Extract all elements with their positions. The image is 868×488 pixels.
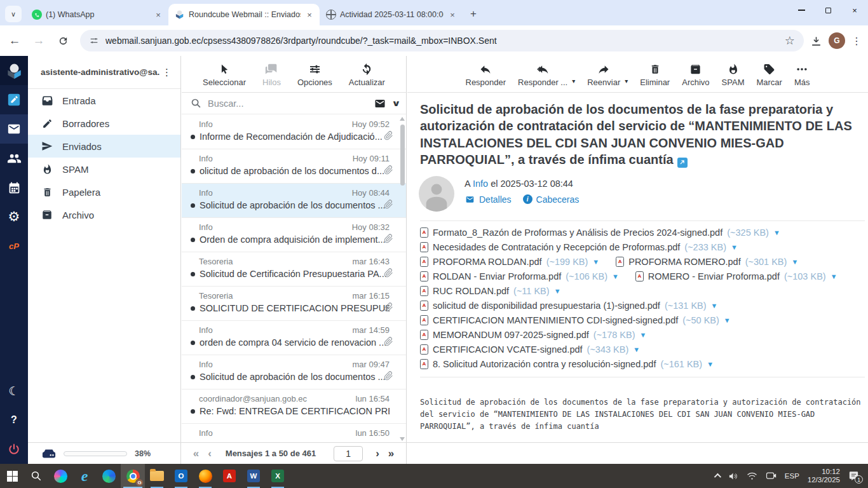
reply-all-button[interactable]: Responder ... bbox=[518, 60, 567, 87]
folder-borradores[interactable]: Borradores bbox=[28, 112, 180, 135]
url-text[interactable]: webmail.sanjuan.gob.ec/cpsess4380978826/… bbox=[105, 36, 497, 46]
back-button[interactable]: ← bbox=[5, 31, 24, 50]
language-indicator[interactable]: ESP bbox=[785, 472, 799, 480]
attachment-item[interactable]: solicitud de disponibilidad presupuestar… bbox=[420, 301, 717, 311]
attachment-menu-caret-icon[interactable]: ▼ bbox=[554, 287, 561, 295]
spam-button[interactable]: SPAM bbox=[722, 60, 745, 87]
list-scrollbar[interactable] bbox=[399, 117, 405, 441]
attachment-item[interactable]: ROLDAN - Enviar Proforma.pdf(~106 KB)▼ bbox=[420, 271, 619, 281]
close-icon[interactable]: × bbox=[153, 10, 163, 20]
message-row[interactable]: Infolun 16:50 bbox=[182, 424, 406, 442]
download-icon[interactable] bbox=[810, 35, 822, 47]
attachment-item[interactable]: PROFORMA ROLDAN.pdf(~199 KB)▼ bbox=[420, 257, 599, 267]
options-button[interactable]: Opciones bbox=[297, 60, 332, 87]
attachment-item[interactable]: Necesidades de Contratación y Recepción … bbox=[420, 242, 738, 252]
scroll-down-arrow[interactable] bbox=[400, 437, 405, 441]
taskbar-edge-button[interactable] bbox=[97, 464, 121, 488]
attachment-name[interactable]: CERTIFICACION MANTENIMIENTO CDI-signed-s… bbox=[433, 315, 678, 325]
search-options-chevron-icon[interactable]: ∨ bbox=[391, 98, 401, 108]
more-button[interactable]: Más bbox=[794, 60, 810, 87]
attachment-menu-caret-icon[interactable]: ▼ bbox=[773, 229, 780, 236]
attachment-item[interactable]: Formato_8_Razón de Proformas y Análisis … bbox=[420, 227, 780, 238]
prev-page-button[interactable]: ‹ bbox=[208, 447, 212, 460]
attachment-name[interactable]: CERTIFICACION VCATE-signed.pdf bbox=[433, 344, 583, 355]
select-button[interactable]: Seleccionar bbox=[203, 60, 246, 87]
attachment-item[interactable]: CERTIFICACION MANTENIMIENTO CDI-signed-s… bbox=[420, 315, 731, 325]
attachment-item[interactable]: ROMERO - Enviar Proforma.pdf(~103 KB)▼ bbox=[635, 271, 837, 281]
taskbar-ie-button[interactable]: e bbox=[72, 464, 97, 488]
message-row[interactable]: InfoHoy 09:11 olicitud de aprobación de … bbox=[182, 149, 406, 184]
wifi-icon[interactable] bbox=[747, 471, 757, 480]
attachment-item[interactable]: CERTIFICACION VCATE-signed.pdf(~343 KB)▼ bbox=[420, 344, 640, 355]
search-scope-mail-icon[interactable] bbox=[374, 98, 386, 109]
tray-expand-chevron-icon[interactable] bbox=[714, 473, 721, 480]
message-row[interactable]: InfoHoy 08:32 Orden de compra adquisició… bbox=[182, 218, 406, 252]
close-icon[interactable]: × bbox=[304, 10, 315, 20]
message-row[interactable]: Tesoreriamar 16:15 SOLICITUD DE CERTIFIC… bbox=[182, 287, 406, 321]
folder-spam[interactable]: SPAM bbox=[28, 158, 180, 180]
attachment-name[interactable]: Formato_8_Razón de Proformas y Análisis … bbox=[433, 227, 722, 238]
open-in-new-window-icon[interactable] bbox=[677, 158, 688, 168]
recipient-link[interactable]: Info bbox=[473, 179, 488, 189]
folder-entrada[interactable]: Entrada bbox=[28, 89, 180, 112]
reload-button[interactable] bbox=[53, 31, 72, 50]
headers-toggle[interactable]: i Cabeceras bbox=[523, 194, 580, 205]
forward-caret-icon[interactable]: ▾ bbox=[625, 78, 628, 85]
dark-mode-toggle[interactable]: ☾ bbox=[0, 376, 28, 405]
taskbar-outlook-button[interactable]: O bbox=[169, 464, 193, 488]
reply-all-caret-icon[interactable]: ▾ bbox=[572, 78, 575, 85]
reply-button[interactable]: Responder bbox=[466, 60, 506, 87]
attachment-name[interactable]: PROFORMA ROMERO.pdf bbox=[628, 257, 740, 267]
site-settings-icon[interactable] bbox=[89, 36, 99, 46]
clock[interactable]: 10:12 12/3/2025 bbox=[808, 468, 840, 484]
mark-button[interactable]: Marcar bbox=[756, 60, 782, 87]
taskbar-copilot-button[interactable] bbox=[48, 464, 72, 488]
taskbar-acrobat-button[interactable]: A bbox=[217, 464, 241, 488]
archive-button[interactable]: Archivo bbox=[682, 60, 709, 87]
attachment-item[interactable]: RUC ROLDAN.pdf(~11 KB)▼ bbox=[420, 286, 561, 296]
next-page-button[interactable]: › bbox=[376, 447, 379, 460]
new-tab-button[interactable]: + bbox=[465, 6, 482, 22]
attachment-item[interactable]: MEMORANDUM 097-2025-signed.pdf(~178 KB)▼ bbox=[420, 330, 646, 340]
profile-avatar[interactable]: G bbox=[829, 32, 845, 49]
tab-roundcube[interactable]: Roundcube Webmail :: Enviados × bbox=[168, 4, 320, 25]
attachment-menu-caret-icon[interactable]: ▼ bbox=[707, 360, 714, 368]
taskbar-chrome-button[interactable]: G bbox=[121, 464, 145, 488]
taskbar-search-button[interactable] bbox=[24, 464, 48, 488]
attachment-menu-caret-icon[interactable]: ▼ bbox=[612, 273, 619, 280]
nav-cpanel[interactable]: cP bbox=[0, 231, 28, 261]
nav-settings[interactable]: ⚙ bbox=[0, 202, 28, 231]
folder-archivo[interactable]: Archivo bbox=[28, 203, 180, 226]
attachment-name[interactable]: Necesidades de Contratación y Recepción … bbox=[433, 242, 680, 252]
attachment-name[interactable]: 8. Solicitud Autorización contra y resol… bbox=[433, 359, 656, 369]
attachment-menu-caret-icon[interactable]: ▼ bbox=[633, 346, 640, 353]
attachment-item[interactable]: 8. Solicitud Autorización contra y resol… bbox=[420, 359, 714, 369]
attachment-menu-caret-icon[interactable]: ▼ bbox=[640, 331, 647, 339]
message-row[interactable]: Infomar 09:47 Solicitud de aprobación de… bbox=[182, 355, 406, 390]
minimize-button[interactable] bbox=[788, 0, 815, 20]
attachment-item[interactable]: PROFORMA ROMERO.pdf(~301 KB)▼ bbox=[616, 257, 798, 267]
notification-center-button[interactable]: 1 bbox=[848, 471, 859, 481]
account-menu-icon[interactable]: ⋮ bbox=[159, 67, 174, 78]
attachment-name[interactable]: PROFORMA ROLDAN.pdf bbox=[433, 257, 542, 267]
nav-mail[interactable] bbox=[0, 114, 28, 144]
forward-button[interactable]: → bbox=[29, 31, 48, 50]
attachment-menu-caret-icon[interactable]: ▼ bbox=[724, 316, 731, 324]
attachment-menu-caret-icon[interactable]: ▼ bbox=[731, 243, 738, 251]
delete-button[interactable]: Eliminar bbox=[640, 60, 670, 87]
close-window-button[interactable]: × bbox=[841, 0, 868, 20]
taskbar-firefox-button[interactable] bbox=[193, 464, 217, 488]
last-page-button[interactable]: » bbox=[388, 447, 394, 460]
tab-search-button[interactable]: ∨ bbox=[5, 6, 22, 22]
first-page-button[interactable]: « bbox=[193, 447, 199, 460]
taskbar-word-button[interactable]: W bbox=[241, 464, 266, 488]
threads-button[interactable]: Hilos bbox=[262, 60, 281, 87]
attachment-name[interactable]: RUC ROLDAN.pdf bbox=[433, 286, 509, 296]
taskbar-explorer-button[interactable] bbox=[145, 464, 169, 488]
message-row[interactable]: InfoHoy 09:52 Informe de Recomendación d… bbox=[182, 115, 406, 149]
meet-now-icon[interactable] bbox=[766, 471, 776, 480]
attachment-menu-caret-icon[interactable]: ▼ bbox=[711, 302, 718, 309]
logout-button[interactable] bbox=[0, 435, 28, 464]
attachment-name[interactable]: solicitud de disponibilidad presupuestar… bbox=[433, 301, 660, 311]
taskbar-excel-button[interactable]: X bbox=[266, 464, 290, 488]
